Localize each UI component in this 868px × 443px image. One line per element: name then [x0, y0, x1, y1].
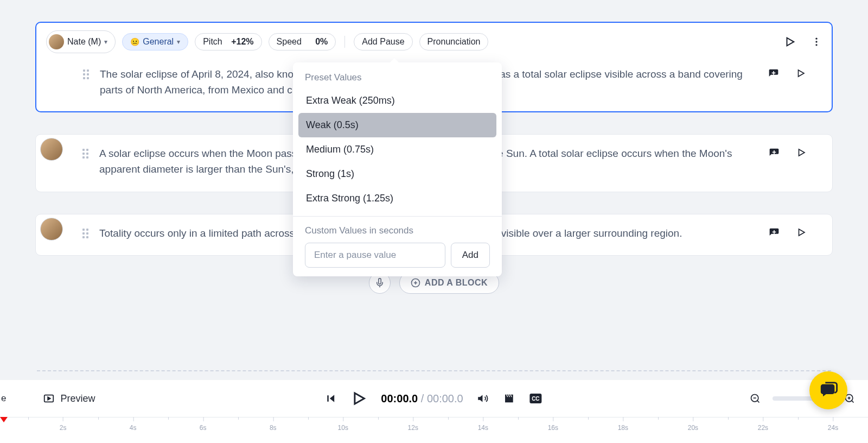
ruler-tick: 18s — [618, 417, 628, 432]
voice-name: Nate (M) — [67, 37, 101, 47]
pause-preset-item[interactable]: Weak (0.5s) — [298, 113, 496, 137]
drag-handle-icon[interactable] — [82, 229, 88, 238]
add-pause-label: Add Pause — [362, 37, 404, 47]
more-menu-icon[interactable] — [811, 36, 822, 47]
svg-line-20 — [757, 401, 760, 403]
pause-preset-item[interactable]: Strong (1s) — [298, 162, 496, 186]
add-pause-value-button[interactable]: Add — [451, 243, 490, 268]
svg-line-23 — [852, 401, 854, 403]
pause-preset-item[interactable]: Extra Strong (1.25s) — [298, 186, 496, 211]
drag-handle-icon[interactable] — [83, 69, 89, 79]
voice-selector[interactable]: Nate (M) ▾ — [46, 30, 116, 53]
play-line-icon[interactable] — [796, 148, 806, 157]
player-bar: e Preview 00:00.0 / 00:00.0 CC — [0, 380, 868, 443]
svg-marker-5 — [799, 149, 805, 156]
ruler-tick: 12s — [408, 417, 418, 432]
pronunciation-label: Pronunciation — [427, 37, 481, 47]
ruler-tick: 8s — [270, 417, 277, 432]
chevron-down-icon: ▾ — [104, 38, 107, 46]
skip-back-icon[interactable] — [326, 393, 336, 404]
comment-icon[interactable] — [768, 68, 780, 79]
pitch-label: Pitch — [203, 37, 222, 47]
play-line-icon[interactable] — [796, 68, 806, 78]
truncated-label: e — [1, 393, 8, 404]
avatar-icon — [49, 34, 64, 49]
svg-point-3 — [815, 44, 817, 46]
time-total: 00:00.0 — [427, 393, 463, 404]
ruler-tick: 20s — [688, 417, 698, 432]
svg-marker-15 — [355, 393, 365, 404]
preview-icon — [43, 393, 55, 404]
speed-label: Speed — [277, 37, 302, 47]
preview-button[interactable]: Preview — [43, 393, 95, 404]
ruler-tick: 24s — [828, 417, 838, 432]
svg-point-1 — [815, 38, 817, 40]
pause-dropdown: Preset Values Extra Weak (250ms)Weak (0.… — [293, 62, 502, 276]
svg-marker-13 — [330, 395, 334, 402]
ruler-tick: 10s — [338, 417, 348, 432]
svg-marker-12 — [48, 397, 51, 400]
timeline-ruler[interactable]: 2s4s6s8s10s12s14s16s18s20s22s24s — [0, 417, 868, 443]
cc-icon[interactable]: CC — [529, 393, 542, 404]
svg-marker-0 — [787, 38, 794, 46]
pitch-value: +12% — [231, 37, 253, 47]
block-toolbar: Nate (M) ▾ 😐 General ▾ Pitch +12% Speed … — [46, 30, 822, 53]
ruler-tick: 2s — [60, 417, 67, 432]
comment-icon[interactable] — [768, 148, 780, 159]
svg-marker-6 — [799, 229, 805, 236]
plus-circle-icon — [411, 278, 420, 288]
ruler-tick: 4s — [130, 417, 137, 432]
ruler-tick: 22s — [758, 417, 768, 432]
dropdown-header: Preset Values — [293, 62, 502, 88]
clapperboard-icon[interactable] — [503, 393, 515, 404]
speed-value: 0% — [315, 37, 328, 47]
svg-text:CC: CC — [532, 396, 539, 402]
add-pause-button[interactable]: Add Pause — [354, 33, 412, 50]
ruler-tick: 16s — [548, 417, 558, 432]
time-current: 00:00.0 — [381, 393, 418, 404]
emoji-icon: 😐 — [130, 37, 139, 46]
comment-icon[interactable] — [768, 227, 780, 238]
preview-label: Preview — [60, 393, 95, 404]
time-display: 00:00.0 / 00:00.0 — [381, 393, 463, 405]
speed-control[interactable]: Speed 0% — [269, 33, 336, 50]
chat-icon — [819, 381, 838, 400]
pitch-control[interactable]: Pitch +12% — [195, 33, 261, 50]
style-label: General — [143, 37, 174, 47]
play-line-icon[interactable] — [796, 227, 806, 237]
chevron-down-icon: ▾ — [177, 38, 180, 46]
add-block-label: ADD A BLOCK — [425, 278, 488, 288]
ruler-tick: 14s — [478, 417, 488, 432]
separator — [344, 36, 345, 48]
drag-handle-icon[interactable] — [82, 149, 88, 159]
zoom-out-icon[interactable] — [750, 393, 761, 404]
chat-fab[interactable] — [809, 371, 847, 409]
custom-header: Custom Values in seconds — [293, 217, 502, 243]
svg-marker-16 — [478, 395, 482, 402]
play-block-icon[interactable] — [784, 36, 796, 48]
volume-icon[interactable] — [477, 393, 489, 404]
pause-preset-item[interactable]: Medium (0.75s) — [298, 137, 496, 162]
svg-point-2 — [815, 41, 817, 42]
style-selector[interactable]: 😐 General ▾ — [122, 33, 188, 50]
play-icon[interactable] — [350, 390, 367, 407]
playhead-icon[interactable] — [0, 417, 8, 422]
timeline-strip — [37, 370, 831, 371]
dropdown-list: Extra Weak (250ms)Weak (0.5s)Medium (0.7… — [293, 88, 502, 211]
ruler-tick: 6s — [200, 417, 207, 432]
pause-value-input[interactable] — [305, 243, 445, 268]
pronunciation-button[interactable]: Pronunciation — [419, 33, 489, 50]
svg-marker-4 — [799, 70, 805, 77]
pause-preset-item[interactable]: Extra Weak (250ms) — [298, 88, 496, 113]
